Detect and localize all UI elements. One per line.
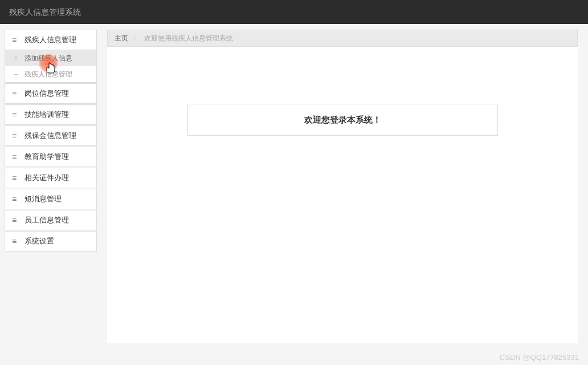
menu-header-insurance[interactable]: ≡ 残保金信息管理	[5, 125, 97, 146]
app-header: 残疾人信息管理系统	[0, 0, 588, 24]
welcome-box: 欢迎您登录本系统！	[187, 104, 498, 136]
main-area: 主页 〉 欢迎使用残疾人信息管理系统 欢迎您登录本系统！	[101, 24, 588, 365]
menu-label: 教育助学管理	[24, 147, 69, 167]
breadcrumb-home[interactable]: 主页	[115, 30, 128, 47]
chevron-right-icon: 〉	[133, 30, 140, 47]
submenu-label: 残疾人信息管理	[24, 66, 72, 82]
menu-header-position[interactable]: ≡ 岗位信息管理	[5, 83, 97, 104]
menu-group-disabled-info: ≡ 残疾人信息管理 + 添加残疾人信息 – 残疾人信息管理	[0, 30, 101, 83]
hamburger-icon: ≡	[12, 83, 20, 104]
menu-header-education[interactable]: ≡ 教育助学管理	[5, 147, 97, 167]
content-area: 欢迎您登录本系统！	[107, 47, 578, 343]
menu-header-certificate[interactable]: ≡ 相关证件办理	[5, 168, 97, 188]
app-title: 残疾人信息管理系统	[9, 7, 81, 17]
hamburger-icon: ≡	[12, 30, 20, 50]
menu-group-training: ≡ 技能培训管理	[0, 104, 101, 125]
menu-label: 残疾人信息管理	[24, 30, 76, 50]
submenu-disabled-info: + 添加残疾人信息 – 残疾人信息管理	[5, 50, 97, 83]
menu-group-insurance: ≡ 残保金信息管理	[0, 125, 101, 146]
minus-icon: –	[12, 66, 20, 82]
menu-group-education: ≡ 教育助学管理	[0, 147, 101, 167]
hamburger-icon: ≡	[12, 189, 20, 209]
hamburger-icon: ≡	[12, 125, 20, 146]
menu-label: 系统设置	[24, 231, 54, 252]
menu-header-training[interactable]: ≡ 技能培训管理	[5, 104, 97, 125]
breadcrumb-current: 欢迎使用残疾人信息管理系统	[144, 30, 233, 47]
menu-header-message[interactable]: ≡ 短消息管理	[5, 189, 97, 209]
welcome-text: 欢迎您登录本系统！	[304, 115, 381, 125]
menu-group-settings: ≡ 系统设置	[0, 231, 101, 252]
menu-header-settings[interactable]: ≡ 系统设置	[5, 231, 97, 252]
breadcrumb: 主页 〉 欢迎使用残疾人信息管理系统	[107, 30, 578, 47]
hamburger-icon: ≡	[12, 147, 20, 167]
menu-label: 岗位信息管理	[24, 83, 69, 104]
menu-group-certificate: ≡ 相关证件办理	[0, 168, 101, 188]
hamburger-icon: ≡	[12, 231, 20, 252]
menu-label: 员工信息管理	[24, 210, 69, 230]
hamburger-icon: ≡	[12, 210, 20, 230]
hamburger-icon: ≡	[12, 168, 20, 188]
menu-group-message: ≡ 短消息管理	[0, 189, 101, 209]
menu-label: 短消息管理	[24, 189, 62, 209]
submenu-label: 添加残疾人信息	[24, 50, 72, 66]
menu-group-position: ≡ 岗位信息管理	[0, 83, 101, 104]
watermark: CSDN @QQ177825331	[500, 353, 579, 362]
submenu-item-manage-disabled[interactable]: – 残疾人信息管理	[5, 66, 96, 82]
main-container: ≡ 残疾人信息管理 + 添加残疾人信息 – 残疾人信息管理 ≡ 岗位信息管理	[0, 24, 588, 365]
menu-header-disabled-info[interactable]: ≡ 残疾人信息管理	[5, 30, 97, 50]
menu-label: 残保金信息管理	[24, 125, 76, 146]
hamburger-icon: ≡	[12, 104, 20, 125]
plus-icon: +	[12, 50, 20, 66]
sidebar: ≡ 残疾人信息管理 + 添加残疾人信息 – 残疾人信息管理 ≡ 岗位信息管理	[0, 24, 101, 365]
menu-label: 技能培训管理	[24, 104, 69, 125]
menu-group-staff: ≡ 员工信息管理	[0, 210, 101, 230]
menu-label: 相关证件办理	[24, 168, 69, 188]
submenu-item-add-disabled[interactable]: + 添加残疾人信息	[5, 50, 96, 66]
menu-header-staff[interactable]: ≡ 员工信息管理	[5, 210, 97, 230]
